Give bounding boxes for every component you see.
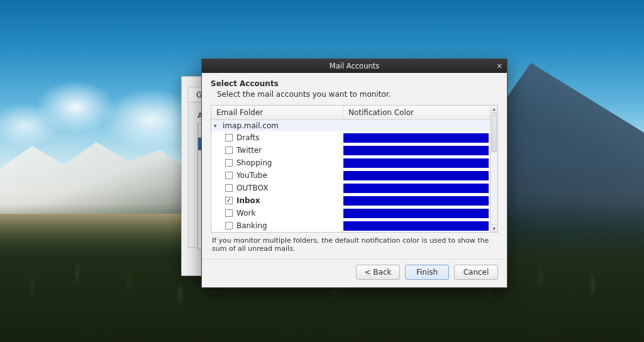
folder-table: Email Folder Notification Color ▾ imap.m…: [211, 105, 498, 233]
scroll-thumb[interactable]: [491, 114, 497, 152]
notification-color-swatch[interactable]: [343, 171, 489, 180]
folder-name: Work: [236, 209, 255, 218]
dialog-close-button[interactable]: ×: [494, 61, 504, 71]
table-row[interactable]: OUTBOX: [211, 182, 497, 194]
table-row[interactable]: Drafts: [211, 131, 497, 144]
folder-name: Banking: [236, 221, 267, 230]
table-body: ▾ imap.mail.com DraftsTwitterShoppingYou…: [211, 120, 497, 232]
account-name: imap.mail.com: [223, 121, 279, 130]
folder-checkbox[interactable]: [225, 197, 233, 204]
table-header: Email Folder Notification Color: [211, 106, 497, 120]
separator: [202, 259, 507, 260]
table-row[interactable]: Banking: [211, 219, 497, 232]
notification-color-swatch[interactable]: [343, 146, 489, 155]
cancel-button[interactable]: Cancel: [454, 265, 498, 280]
folder-checkbox[interactable]: [225, 159, 233, 167]
folder-checkbox[interactable]: [225, 134, 233, 141]
col-notification-color[interactable]: Notification Color: [343, 106, 497, 119]
folder-checkbox[interactable]: [225, 184, 233, 192]
dialog-title: Mail Accounts: [330, 62, 379, 70]
back-button[interactable]: < Back: [356, 265, 400, 280]
table-row[interactable]: Twitter: [211, 144, 497, 157]
notification-color-swatch[interactable]: [343, 221, 489, 231]
folder-name: OUTBOX: [236, 184, 268, 192]
account-row[interactable]: ▾ imap.mail.com: [211, 120, 497, 131]
folder-checkbox[interactable]: [225, 146, 233, 154]
folder-name: Inbox: [236, 196, 260, 205]
notification-color-swatch[interactable]: [343, 196, 489, 206]
folder-name: Drafts: [236, 133, 260, 142]
finish-button[interactable]: Finish: [405, 265, 449, 280]
notification-color-swatch[interactable]: [343, 158, 489, 168]
dialog-content: Select Accounts Select the mail accounts…: [202, 73, 507, 287]
folder-name: Shopping: [236, 158, 272, 167]
section-title: Select Accounts: [211, 79, 498, 88]
folder-checkbox[interactable]: [225, 172, 233, 179]
notification-color-swatch[interactable]: [343, 133, 489, 143]
vertical-scrollbar[interactable]: ▴ ▾: [490, 106, 497, 232]
hint-text: If you monitor multiple folders, the def…: [212, 236, 497, 253]
table-row[interactable]: Shopping: [211, 157, 497, 169]
folder-name: YouTube: [236, 171, 267, 180]
folder-checkbox[interactable]: [225, 222, 233, 229]
mail-accounts-dialog[interactable]: Mail Accounts × Select Accounts Select t…: [201, 58, 508, 288]
folder-checkbox[interactable]: [225, 209, 233, 217]
folder-name: Twitter: [236, 146, 262, 155]
table-row[interactable]: Work: [211, 207, 497, 219]
dialog-titlebar[interactable]: Mail Accounts ×: [202, 59, 507, 73]
tree-collapse-icon[interactable]: ▾: [214, 123, 220, 129]
notification-color-swatch[interactable]: [343, 209, 489, 218]
table-row[interactable]: YouTube: [211, 169, 497, 182]
section-subtitle: Select the mail accounts you want to mon…: [217, 90, 498, 99]
table-row[interactable]: Inbox: [211, 194, 497, 207]
notification-color-swatch[interactable]: [343, 184, 489, 193]
scroll-up-icon[interactable]: ▴: [491, 106, 497, 113]
col-email-folder[interactable]: Email Folder: [211, 106, 343, 119]
scroll-down-icon[interactable]: ▾: [491, 224, 497, 232]
